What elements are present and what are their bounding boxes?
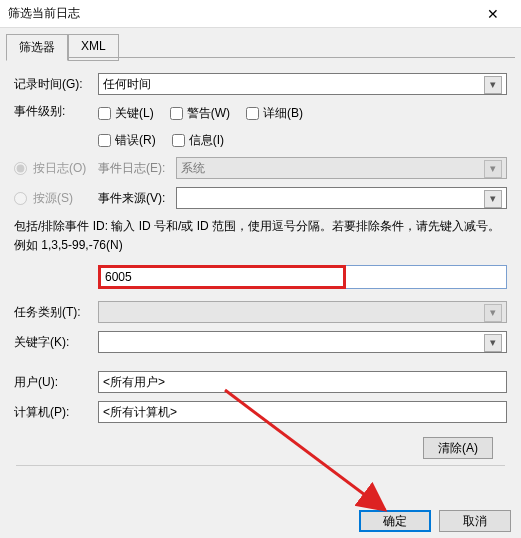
computer-label: 计算机(P): <box>14 404 98 421</box>
radio-bylog-label: 按日志(O) <box>33 160 86 177</box>
level-label: 事件级别: <box>14 103 98 120</box>
eventlog-label: 事件日志(E): <box>98 160 176 177</box>
logged-label: 记录时间(G): <box>14 76 98 93</box>
id-help-text: 包括/排除事件 ID: 输入 ID 号和/或 ID 范围，使用逗号分隔。若要排除… <box>14 217 507 255</box>
window-title: 筛选当前日志 <box>8 5 473 22</box>
cb-warning-label: 警告(W) <box>187 105 230 122</box>
keywords-select[interactable] <box>98 331 507 353</box>
cb-warning[interactable]: 警告(W) <box>170 105 230 122</box>
keywords-label: 关键字(K): <box>14 334 98 351</box>
user-value: <所有用户> <box>103 374 165 391</box>
radio-bylog-input <box>14 162 27 175</box>
cb-error-label: 错误(R) <box>115 132 156 149</box>
user-input[interactable]: <所有用户> <box>98 371 507 393</box>
titlebar: 筛选当前日志 ✕ <box>0 0 521 28</box>
separator <box>16 465 505 466</box>
computer-input[interactable]: <所有计算机> <box>98 401 507 423</box>
taskcat-label: 任务类别(T): <box>14 304 98 321</box>
close-icon[interactable]: ✕ <box>473 0 513 28</box>
taskcat-select <box>98 301 507 323</box>
event-id-input[interactable] <box>98 265 346 289</box>
cb-information-label: 信息(I) <box>189 132 224 149</box>
cb-information[interactable]: 信息(I) <box>172 132 224 149</box>
event-id-input-extra[interactable] <box>346 265 507 289</box>
logged-value: 任何时间 <box>103 76 151 93</box>
tab-underline <box>6 57 515 58</box>
tab-filter[interactable]: 筛选器 <box>6 34 68 61</box>
cb-verbose-label: 详细(B) <box>263 105 303 122</box>
cb-verbose-input[interactable] <box>246 107 259 120</box>
user-label: 用户(U): <box>14 374 98 391</box>
dialog-buttons: 确定 取消 <box>359 510 511 532</box>
cb-verbose[interactable]: 详细(B) <box>246 105 303 122</box>
cancel-button[interactable]: 取消 <box>439 510 511 532</box>
cb-critical[interactable]: 关键(L) <box>98 105 154 122</box>
cb-error[interactable]: 错误(R) <box>98 132 156 149</box>
radio-bysource-input <box>14 192 27 205</box>
cb-error-input[interactable] <box>98 134 111 147</box>
cb-critical-label: 关键(L) <box>115 105 154 122</box>
eventlog-value: 系统 <box>181 160 205 177</box>
radio-bysource-label: 按源(S) <box>33 190 73 207</box>
ok-button[interactable]: 确定 <box>359 510 431 532</box>
eventsource-select[interactable] <box>176 187 507 209</box>
eventsource-label: 事件来源(V): <box>98 190 176 207</box>
clear-button[interactable]: 清除(A) <box>423 437 493 459</box>
id-input-row <box>98 265 507 289</box>
radio-bylog: 按日志(O) <box>14 160 98 177</box>
cb-critical-input[interactable] <box>98 107 111 120</box>
cb-warning-input[interactable] <box>170 107 183 120</box>
computer-value: <所有计算机> <box>103 404 177 421</box>
cb-information-input[interactable] <box>172 134 185 147</box>
filter-panel: 记录时间(G): 任何时间 事件级别: 关键(L) 警告(W) 详细(B) <box>0 61 521 480</box>
radio-bysource: 按源(S) <box>14 190 98 207</box>
logged-select[interactable]: 任何时间 <box>98 73 507 95</box>
eventlog-select: 系统 <box>176 157 507 179</box>
